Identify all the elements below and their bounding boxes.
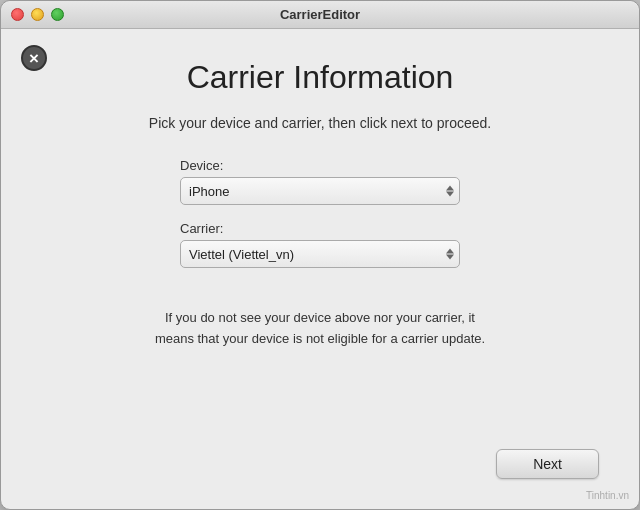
form-section: Device: iPhone iPad iPod touch Carrier: (180, 158, 460, 284)
device-label: Device: (180, 158, 460, 173)
window-title: CarrierEditor (280, 7, 360, 22)
subtitle-text: Pick your device and carrier, then click… (149, 112, 491, 134)
carrier-label: Carrier: (180, 221, 460, 236)
note-text: If you do not see your device above nor … (150, 308, 490, 350)
carrier-select[interactable]: Viettel (Viettel_vn) Mobifone Vietnamobi… (180, 240, 460, 268)
footer: Next (41, 439, 599, 489)
watermark: Tinhtin.vn (586, 490, 629, 501)
device-select[interactable]: iPhone iPad iPod touch (180, 177, 460, 205)
maximize-button[interactable] (51, 8, 64, 21)
close-icon-button[interactable] (21, 45, 47, 71)
page-title: Carrier Information (187, 59, 454, 96)
main-content: Carrier Information Pick your device and… (1, 29, 639, 509)
device-field-group: Device: iPhone iPad iPod touch (180, 158, 460, 205)
close-button[interactable] (11, 8, 24, 21)
title-bar: CarrierEditor (1, 1, 639, 29)
app-window: CarrierEditor Carrier Information Pick y… (0, 0, 640, 510)
minimize-button[interactable] (31, 8, 44, 21)
window-controls (11, 8, 64, 21)
carrier-select-wrapper: Viettel (Viettel_vn) Mobifone Vietnamobi… (180, 240, 460, 268)
carrier-field-group: Carrier: Viettel (Viettel_vn) Mobifone V… (180, 221, 460, 268)
next-button[interactable]: Next (496, 449, 599, 479)
device-select-wrapper: iPhone iPad iPod touch (180, 177, 460, 205)
